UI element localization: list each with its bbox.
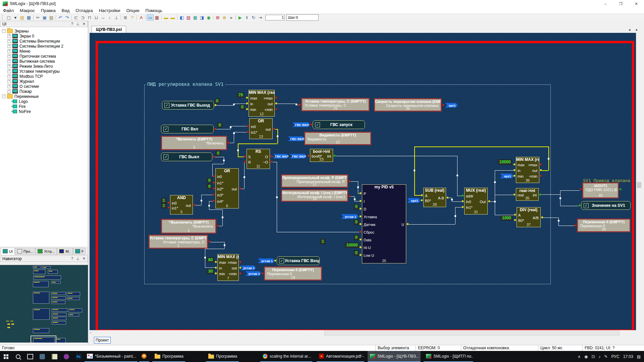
block-page-2-icon[interactable]: ▬ (169, 14, 176, 20)
copy-icon[interactable]: ▣ (41, 14, 48, 20)
grid-mode-icon[interactable]: ▦ (154, 14, 160, 20)
maximize-button[interactable]: ❐ (613, 0, 629, 7)
tree-item-Режим Зима-Лето[interactable]: +Режим Зима-Лето (0, 64, 88, 69)
tree-item-Приточная система[interactable]: +Приточная система (0, 54, 88, 59)
taskbar-window-blender[interactable] (139, 351, 149, 362)
save-file-icon[interactable]: ▦ (25, 14, 32, 20)
app-icon-purple[interactable] (60, 351, 72, 362)
expander-icon[interactable]: + (7, 54, 11, 58)
clock[interactable]: 17:03 (623, 354, 633, 359)
tree-item-О системе[interactable]: +О системе (0, 84, 88, 89)
tree-item-Экран 0[interactable]: +Экран 0 (0, 34, 88, 39)
menu-Опции[interactable]: Опции (123, 8, 142, 13)
taskbar-window-Автоматизация.pdf -...[interactable]: AАвтоматизация.pdf -... (317, 351, 364, 362)
start-button[interactable] (0, 351, 12, 362)
notification-icon[interactable]: ▤ (637, 354, 641, 359)
screen-tool-icon[interactable]: ◨ (199, 14, 205, 20)
expander-icon[interactable]: + (7, 34, 11, 38)
expander-icon[interactable]: − (2, 29, 6, 33)
panel-tab-Устр...[interactable]: Устр... (36, 248, 57, 255)
tree-item-Системы Вентиляции[interactable]: +Системы Вентиляции (0, 39, 88, 44)
tree-item-Системы Вентиляции 2[interactable]: +Системы Вентиляции 2 (0, 44, 88, 49)
expander-icon[interactable]: + (7, 84, 11, 88)
tray-pen-icon[interactable]: ✎ (604, 354, 608, 359)
tree-item-Fire[interactable]: Fire (0, 104, 88, 109)
new-dropdown-icon[interactable]: ▾ (12, 14, 19, 20)
expander-icon[interactable]: + (7, 39, 11, 43)
font-icon[interactable]: A (138, 14, 145, 20)
vertical-scroll-thumb[interactable] (637, 182, 641, 188)
close-panel-icon[interactable]: ✕ (83, 22, 86, 26)
language-indicator[interactable]: РУС (611, 354, 620, 359)
help-icon[interactable]: ? (71, 256, 73, 261)
panel-tab-M..[interactable]: M.. (57, 248, 72, 255)
minimap-viewport[interactable] (31, 336, 56, 343)
taskbar-window-SMLogix - [ЩИТП по...[interactable]: SMLogix - [ЩИТП по... (424, 351, 473, 362)
tray-circle-icon[interactable]: ◉ (584, 354, 588, 359)
pin-icon[interactable]: ⊥ (76, 22, 79, 26)
taskbar-window-scaling the internal ar...[interactable]: scaling the internal ar... (260, 351, 312, 362)
tree-item-NoFire[interactable]: NoFire (0, 109, 88, 114)
document-tab[interactable]: ЩУВ-ПВ3.psl (92, 26, 126, 33)
menu-Отладка[interactable]: Отладка (72, 8, 96, 13)
menu-Макрос[interactable]: Макрос (17, 8, 38, 13)
horizontal-scrollbar[interactable]: ‹ (90, 330, 636, 336)
step-counter[interactable]: Шаг:0 (286, 14, 319, 21)
fb-new-icon[interactable]: ⊞ (214, 14, 221, 20)
scroll-left-arrow[interactable]: ‹ (90, 331, 91, 335)
fb-load-icon[interactable]: ⊕ (221, 14, 228, 20)
minimize-button[interactable]: – (598, 0, 613, 7)
menu-Настройки[interactable]: Настройки (96, 8, 123, 13)
restart-icon[interactable]: ↻ (250, 14, 257, 20)
panel-tab-UI[interactable]: UI (1, 248, 15, 255)
pause-icon[interactable]: ‖ (244, 14, 250, 20)
menu-Помощь[interactable]: Помощь (143, 8, 165, 13)
expander-icon[interactable]: + (7, 64, 11, 68)
image-tool-icon[interactable]: ▦ (192, 14, 199, 20)
fbd-canvas[interactable]: ПИД регулировка клапана SV1 SV1 Привод к… (90, 33, 636, 330)
menu-Правка[interactable]: Правка (38, 8, 59, 13)
expander-icon[interactable]: + (7, 49, 11, 53)
cycles-input[interactable] (265, 15, 285, 20)
open-file-icon[interactable]: ▤ (19, 14, 25, 20)
step-forward-icon[interactable]: ⇥ (257, 14, 264, 20)
pin-icon[interactable]: ⊥ (76, 256, 79, 261)
cut-icon[interactable]: ✂ (35, 14, 41, 20)
same-height-icon[interactable]: ↕ (106, 14, 113, 20)
expander-icon[interactable]: + (7, 89, 11, 93)
expander-icon[interactable]: + (7, 44, 11, 48)
close-button[interactable]: ✕ (629, 0, 644, 7)
help-icon[interactable]: ? (71, 22, 73, 26)
tab-scroll-arrows[interactable]: ◂ ▸ (629, 28, 640, 32)
expander-icon[interactable]: + (7, 74, 11, 78)
task-view-button[interactable] (24, 351, 36, 362)
align-right-icon[interactable]: ⊐ (79, 14, 86, 20)
taskbar-window-Программа[interactable]: Программа (152, 351, 185, 362)
navigator-minimap[interactable] (0, 265, 88, 343)
panel-tab-Про...[interactable]: Про... (15, 248, 35, 255)
calculator-icon[interactable] (36, 351, 48, 362)
tree-item-Экраны[interactable]: −Экраны (0, 28, 88, 34)
toolbar-grip[interactable] (2, 15, 4, 20)
photoshop-icon[interactable]: Ps (72, 351, 85, 362)
expander-icon[interactable]: + (7, 59, 11, 63)
panel-tab-F[interactable]: F (73, 248, 86, 255)
block-page-icon[interactable]: ▬ (163, 14, 169, 20)
palette-icon[interactable]: ▧ (185, 14, 192, 20)
tree-item-Журнал[interactable]: +Журнал (0, 79, 88, 84)
run-icon[interactable]: ▶ (237, 14, 244, 20)
distribute-icon[interactable]: ⊥ (113, 14, 120, 20)
paste-icon[interactable]: ▨ (48, 14, 55, 20)
expander-icon[interactable]: + (7, 69, 11, 73)
help-icon[interactable]: ? (129, 14, 136, 20)
paint-tool-icon[interactable]: ◧ (178, 14, 185, 20)
tree-item-Modbus TCP[interactable]: +Modbus TCP (0, 74, 88, 79)
select-mode-icon[interactable]: ▭ (147, 14, 154, 20)
expander-icon[interactable]: − (2, 95, 6, 98)
print-icon[interactable]: ≣ (122, 14, 129, 20)
redo-icon[interactable]: ↷ (64, 14, 70, 20)
tree-item-Пожар[interactable]: +Пожар (0, 89, 88, 94)
globe-tool-icon[interactable]: ◉ (205, 14, 212, 20)
taskbar-window-*Безымянный - paint...[interactable]: *Безымянный - paint... (85, 351, 138, 362)
more-tools-icon[interactable]: » (228, 14, 234, 20)
